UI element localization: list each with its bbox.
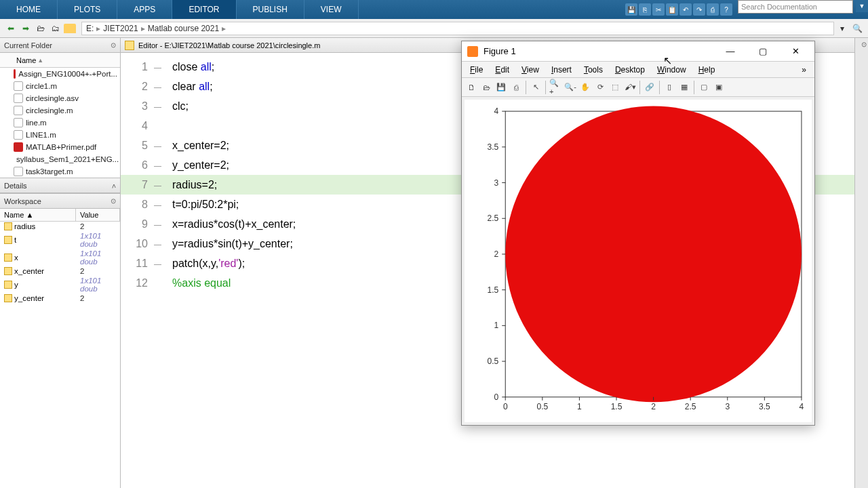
- ribbon-tab-apps[interactable]: APPS: [117, 0, 172, 19]
- data-cursor-icon[interactable]: ⬚: [608, 81, 622, 94]
- breadcrumb-part[interactable]: Matlab course 2021: [148, 24, 219, 33]
- hide-tools-icon[interactable]: ▢: [697, 81, 711, 94]
- save-icon[interactable]: 💾: [625, 3, 637, 16]
- new-figure-icon[interactable]: 🗋: [465, 81, 478, 94]
- workspace-row[interactable]: y1x101 doub: [0, 276, 120, 293]
- link-icon[interactable]: 🔗: [643, 81, 656, 94]
- workspace-menu[interactable]: ⊙: [111, 197, 116, 205]
- zoom-out-icon[interactable]: 🔍-: [564, 81, 577, 94]
- redo-icon[interactable]: ↷: [693, 3, 705, 16]
- svg-text:4: 4: [800, 402, 804, 411]
- variable-icon: [4, 222, 12, 230]
- paste-icon[interactable]: 📋: [666, 3, 678, 16]
- open-figure-icon[interactable]: 🗁: [479, 81, 493, 94]
- figure-menu-bar: FileEditViewInsertToolsDesktopWindowHelp…: [462, 62, 814, 78]
- browse-button[interactable]: 🗂: [49, 22, 62, 35]
- m-file-icon: [14, 118, 23, 127]
- save-figure-icon[interactable]: 💾: [494, 81, 508, 94]
- workspace-row[interactable]: radius2: [0, 222, 120, 231]
- ribbon-tab-publish[interactable]: PUBLISH: [237, 0, 304, 19]
- legend-icon[interactable]: ▦: [677, 81, 691, 94]
- current-folder-title: Current Folder: [4, 41, 52, 49]
- ribbon: HOMEPLOTSAPPSEDITORPUBLISHVIEW 💾 ⎘ ✂ 📋 ↶…: [0, 0, 868, 19]
- figure-menu-window[interactable]: Window: [652, 64, 692, 76]
- brush-icon[interactable]: 🖌▾: [623, 81, 637, 94]
- cut-icon[interactable]: ✂: [652, 3, 665, 16]
- line-number: 5: [121, 136, 152, 155]
- code-text: x=radius*cos(t)+x_center;: [152, 214, 296, 234]
- workspace-row[interactable]: y_center2: [0, 293, 120, 303]
- zoom-in-icon[interactable]: 🔍+: [549, 81, 562, 94]
- svg-text:2: 2: [494, 249, 498, 259]
- code-text: patch(x,y,'red');: [152, 253, 245, 273]
- figure-menu-help[interactable]: Help: [693, 64, 721, 76]
- undo-icon[interactable]: ↶: [679, 3, 692, 16]
- figure-menu-insert[interactable]: Insert: [546, 64, 577, 76]
- rotate-icon[interactable]: ⟳: [593, 81, 607, 94]
- figure-menu-file[interactable]: File: [465, 64, 488, 76]
- ribbon-tab-plots[interactable]: PLOTS: [58, 0, 117, 19]
- breadcrumb-dropdown[interactable]: ▾: [835, 22, 849, 35]
- figure-menu-tools[interactable]: Tools: [578, 64, 608, 76]
- file-item[interactable]: task3target.m: [0, 165, 120, 178]
- forward-button[interactable]: ➡: [19, 22, 33, 35]
- file-item[interactable]: circlesingle.asv: [0, 92, 120, 104]
- ribbon-tab-view[interactable]: VIEW: [304, 0, 359, 19]
- colorbar-icon[interactable]: ▯: [663, 81, 676, 94]
- breadcrumb[interactable]: E:▸JIET2021▸Matlab course 2021▸: [81, 22, 834, 35]
- workspace-row[interactable]: x_center2: [0, 266, 120, 276]
- workspace-row[interactable]: t1x101 doub: [0, 231, 120, 249]
- right-dock-menu[interactable]: ⊙: [861, 41, 867, 48]
- file-item[interactable]: circle1.m: [0, 80, 120, 92]
- workspace-row[interactable]: x1x101 doub: [0, 249, 120, 266]
- right-dock: ⊙: [854, 38, 868, 488]
- figure-title: Figure 1: [484, 46, 711, 56]
- file-name: circlesingle.m: [26, 106, 73, 115]
- pan-icon[interactable]: ✋: [578, 81, 592, 94]
- file-item[interactable]: line.m: [0, 117, 120, 129]
- pointer-icon[interactable]: ↖: [529, 81, 542, 94]
- figure-menu-edit[interactable]: Edit: [490, 64, 515, 76]
- figure-menu-view[interactable]: View: [516, 64, 545, 76]
- figure-menu-more[interactable]: »: [796, 64, 812, 76]
- copy-icon[interactable]: ⎘: [639, 3, 651, 16]
- m-file-icon: [14, 94, 23, 103]
- details-toggle[interactable]: ʌ: [112, 182, 116, 189]
- file-item[interactable]: syllabus_Sem1_2021+ENG...: [0, 153, 120, 165]
- maximize-button[interactable]: ▢: [749, 42, 776, 61]
- figure-axes[interactable]: 00.511.522.533.5400.511.522.533.54: [465, 100, 812, 422]
- search-dropdown[interactable]: ▼: [856, 0, 868, 12]
- figure-menu-desktop[interactable]: Desktop: [610, 64, 650, 76]
- pdf-file-icon: [14, 69, 16, 79]
- print-figure-icon[interactable]: ⎙: [509, 81, 523, 94]
- minimize-button[interactable]: —: [717, 42, 744, 61]
- ribbon-spacer: [359, 0, 623, 19]
- figure-window[interactable]: Figure 1 — ▢ ✕ FileEditViewInsertToolsDe…: [461, 41, 815, 426]
- line-number: 9: [121, 214, 152, 234]
- back-button[interactable]: ⬅: [4, 22, 18, 35]
- up-folder-button[interactable]: 🗁: [34, 22, 47, 35]
- file-name: task3target.m: [26, 167, 73, 176]
- ribbon-tab-editor[interactable]: EDITOR: [172, 0, 236, 19]
- file-item[interactable]: circlesingle.m: [0, 104, 120, 117]
- file-item[interactable]: Assign_ENG10004+-+Port...: [0, 68, 120, 80]
- file-item[interactable]: LINE1.m: [0, 129, 120, 141]
- workspace-table-header[interactable]: Name ▲ Value: [0, 209, 120, 222]
- help-icon[interactable]: ?: [720, 3, 732, 16]
- close-button[interactable]: ✕: [782, 42, 809, 61]
- ribbon-tab-home[interactable]: HOME: [0, 0, 58, 19]
- current-folder-menu[interactable]: ⊙: [111, 41, 116, 49]
- variable-name: t: [14, 236, 16, 244]
- show-tools-icon[interactable]: ▣: [712, 81, 726, 94]
- search-folder-icon[interactable]: 🔍: [850, 22, 864, 35]
- file-name: MATLAB+Primer.pdf: [26, 143, 96, 151]
- search-documentation-input[interactable]: Search Documentation: [738, 0, 853, 14]
- breadcrumb-part[interactable]: JIET2021: [103, 24, 138, 33]
- file-name-column-header[interactable]: Name ▲: [0, 53, 120, 68]
- breadcrumb-part[interactable]: E:: [86, 24, 94, 33]
- workspace-header: Workspace ⊙: [0, 194, 120, 209]
- figure-title-bar[interactable]: Figure 1 — ▢ ✕: [462, 41, 814, 62]
- file-item[interactable]: MATLAB+Primer.pdf: [0, 141, 120, 153]
- line-number: 1: [121, 57, 152, 77]
- print-icon[interactable]: ⎙: [707, 3, 719, 16]
